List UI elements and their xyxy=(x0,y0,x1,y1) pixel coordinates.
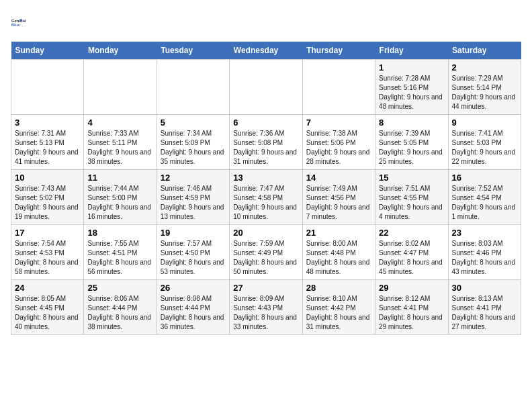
calendar-day-9: 9Sunrise: 7:41 AM Sunset: 5:03 PM Daylig… xyxy=(448,115,521,170)
day-info: Sunrise: 7:52 AM Sunset: 4:54 PM Dayligh… xyxy=(452,184,517,222)
calendar-day-15: 15Sunrise: 7:51 AM Sunset: 4:55 PM Dayli… xyxy=(375,170,448,225)
calendar-day-24: 24Sunrise: 8:05 AM Sunset: 4:45 PM Dayli… xyxy=(11,280,84,335)
day-info: Sunrise: 7:29 AM Sunset: 5:14 PM Dayligh… xyxy=(452,74,517,111)
day-info: Sunrise: 7:55 AM Sunset: 4:51 PM Dayligh… xyxy=(87,239,152,277)
empty-day-cell xyxy=(157,60,229,115)
day-number: 1 xyxy=(379,62,444,73)
day-info: Sunrise: 7:33 AM Sunset: 5:11 PM Dayligh… xyxy=(87,129,152,167)
calendar-table: SundayMondayTuesdayWednesdayThursdayFrid… xyxy=(11,42,521,335)
day-number: 5 xyxy=(161,118,226,128)
day-number: 17 xyxy=(15,228,80,238)
calendar-day-29: 29Sunrise: 8:12 AM Sunset: 4:41 PM Dayli… xyxy=(375,280,448,335)
day-header-thursday: Thursday xyxy=(302,42,375,60)
day-number: 22 xyxy=(379,228,444,238)
day-info: Sunrise: 8:10 AM Sunset: 4:42 PM Dayligh… xyxy=(306,294,371,332)
calendar-day-26: 26Sunrise: 8:08 AM Sunset: 4:44 PM Dayli… xyxy=(157,280,229,335)
calendar-header-row: SundayMondayTuesdayWednesdayThursdayFrid… xyxy=(11,42,521,60)
day-number: 14 xyxy=(306,173,371,183)
day-number: 2 xyxy=(452,62,517,73)
calendar-day-30: 30Sunrise: 8:13 AM Sunset: 4:41 PM Dayli… xyxy=(448,280,521,335)
day-info: Sunrise: 7:43 AM Sunset: 5:02 PM Dayligh… xyxy=(15,184,80,222)
svg-text:General: General xyxy=(11,19,26,23)
day-number: 9 xyxy=(452,118,517,128)
day-number: 26 xyxy=(161,283,226,293)
day-info: Sunrise: 7:59 AM Sunset: 4:49 PM Dayligh… xyxy=(233,239,298,277)
day-number: 4 xyxy=(87,118,152,128)
calendar-day-4: 4Sunrise: 7:33 AM Sunset: 5:11 PM Daylig… xyxy=(84,115,157,170)
day-header-saturday: Saturday xyxy=(448,42,521,60)
day-number: 8 xyxy=(379,118,444,128)
day-header-monday: Monday xyxy=(84,42,157,60)
logo: General Blue xyxy=(11,11,35,35)
day-info: Sunrise: 7:46 AM Sunset: 4:59 PM Dayligh… xyxy=(161,184,226,222)
day-info: Sunrise: 8:06 AM Sunset: 4:44 PM Dayligh… xyxy=(87,294,152,332)
calendar-week-row: 17Sunrise: 7:54 AM Sunset: 4:53 PM Dayli… xyxy=(11,225,521,280)
calendar-week-row: 3Sunrise: 7:31 AM Sunset: 5:13 PM Daylig… xyxy=(11,115,521,170)
day-number: 21 xyxy=(306,228,371,238)
logo-icon: General Blue xyxy=(11,11,35,35)
calendar-week-row: 24Sunrise: 8:05 AM Sunset: 4:45 PM Dayli… xyxy=(11,280,521,335)
calendar-day-19: 19Sunrise: 7:57 AM Sunset: 4:50 PM Dayli… xyxy=(157,225,229,280)
calendar-week-row: 1Sunrise: 7:28 AM Sunset: 5:16 PM Daylig… xyxy=(11,60,521,115)
calendar-day-14: 14Sunrise: 7:49 AM Sunset: 4:56 PM Dayli… xyxy=(302,170,375,225)
calendar-day-7: 7Sunrise: 7:38 AM Sunset: 5:06 PM Daylig… xyxy=(302,115,375,170)
calendar-day-6: 6Sunrise: 7:36 AM Sunset: 5:08 PM Daylig… xyxy=(230,115,302,170)
day-info: Sunrise: 7:51 AM Sunset: 4:55 PM Dayligh… xyxy=(379,184,444,222)
calendar-day-23: 23Sunrise: 8:03 AM Sunset: 4:46 PM Dayli… xyxy=(448,225,521,280)
day-header-sunday: Sunday xyxy=(11,42,84,60)
calendar-day-12: 12Sunrise: 7:46 AM Sunset: 4:59 PM Dayli… xyxy=(157,170,229,225)
calendar-day-5: 5Sunrise: 7:34 AM Sunset: 5:09 PM Daylig… xyxy=(157,115,229,170)
day-number: 12 xyxy=(161,173,226,183)
empty-day-cell xyxy=(84,60,157,115)
day-info: Sunrise: 7:44 AM Sunset: 5:00 PM Dayligh… xyxy=(87,184,152,222)
calendar-day-22: 22Sunrise: 8:02 AM Sunset: 4:47 PM Dayli… xyxy=(375,225,448,280)
day-number: 28 xyxy=(306,283,371,293)
day-info: Sunrise: 8:02 AM Sunset: 4:47 PM Dayligh… xyxy=(379,239,444,277)
day-info: Sunrise: 8:08 AM Sunset: 4:44 PM Dayligh… xyxy=(161,294,226,332)
day-info: Sunrise: 8:09 AM Sunset: 4:43 PM Dayligh… xyxy=(233,294,298,332)
svg-text:Blue: Blue xyxy=(11,23,20,27)
day-number: 13 xyxy=(233,173,298,183)
day-number: 16 xyxy=(452,173,517,183)
day-header-tuesday: Tuesday xyxy=(157,42,229,60)
day-number: 27 xyxy=(233,283,298,293)
calendar-day-13: 13Sunrise: 7:47 AM Sunset: 4:58 PM Dayli… xyxy=(230,170,302,225)
calendar-day-27: 27Sunrise: 8:09 AM Sunset: 4:43 PM Dayli… xyxy=(230,280,302,335)
day-info: Sunrise: 8:12 AM Sunset: 4:41 PM Dayligh… xyxy=(379,294,444,332)
calendar-day-18: 18Sunrise: 7:55 AM Sunset: 4:51 PM Dayli… xyxy=(84,225,157,280)
calendar-day-17: 17Sunrise: 7:54 AM Sunset: 4:53 PM Dayli… xyxy=(11,225,84,280)
day-number: 29 xyxy=(379,283,444,293)
calendar-day-1: 1Sunrise: 7:28 AM Sunset: 5:16 PM Daylig… xyxy=(375,60,448,115)
day-number: 30 xyxy=(452,283,517,293)
day-number: 7 xyxy=(306,118,371,128)
day-info: Sunrise: 8:13 AM Sunset: 4:41 PM Dayligh… xyxy=(452,294,517,332)
calendar-day-2: 2Sunrise: 7:29 AM Sunset: 5:14 PM Daylig… xyxy=(448,60,521,115)
day-number: 19 xyxy=(161,228,226,238)
day-info: Sunrise: 7:47 AM Sunset: 4:58 PM Dayligh… xyxy=(233,184,298,222)
day-number: 10 xyxy=(15,173,80,183)
day-info: Sunrise: 7:39 AM Sunset: 5:05 PM Dayligh… xyxy=(379,129,444,167)
day-info: Sunrise: 8:05 AM Sunset: 4:45 PM Dayligh… xyxy=(15,294,80,332)
calendar-day-21: 21Sunrise: 8:00 AM Sunset: 4:48 PM Dayli… xyxy=(302,225,375,280)
day-number: 3 xyxy=(15,118,80,128)
day-info: Sunrise: 7:34 AM Sunset: 5:09 PM Dayligh… xyxy=(161,129,226,167)
day-number: 24 xyxy=(15,283,80,293)
day-number: 18 xyxy=(87,228,152,238)
day-info: Sunrise: 7:31 AM Sunset: 5:13 PM Dayligh… xyxy=(15,129,80,167)
day-info: Sunrise: 8:03 AM Sunset: 4:46 PM Dayligh… xyxy=(452,239,517,277)
calendar-day-20: 20Sunrise: 7:59 AM Sunset: 4:49 PM Dayli… xyxy=(230,225,302,280)
day-info: Sunrise: 7:28 AM Sunset: 5:16 PM Dayligh… xyxy=(379,74,444,111)
page-header: General Blue xyxy=(11,11,521,35)
day-info: Sunrise: 7:57 AM Sunset: 4:50 PM Dayligh… xyxy=(161,239,226,277)
calendar-day-28: 28Sunrise: 8:10 AM Sunset: 4:42 PM Dayli… xyxy=(302,280,375,335)
empty-day-cell xyxy=(302,60,375,115)
day-number: 25 xyxy=(87,283,152,293)
day-info: Sunrise: 7:41 AM Sunset: 5:03 PM Dayligh… xyxy=(452,129,517,167)
day-number: 6 xyxy=(233,118,298,128)
calendar-day-25: 25Sunrise: 8:06 AM Sunset: 4:44 PM Dayli… xyxy=(84,280,157,335)
day-header-wednesday: Wednesday xyxy=(230,42,302,60)
day-number: 23 xyxy=(452,228,517,238)
day-header-friday: Friday xyxy=(375,42,448,60)
calendar-day-11: 11Sunrise: 7:44 AM Sunset: 5:00 PM Dayli… xyxy=(84,170,157,225)
calendar-day-3: 3Sunrise: 7:31 AM Sunset: 5:13 PM Daylig… xyxy=(11,115,84,170)
